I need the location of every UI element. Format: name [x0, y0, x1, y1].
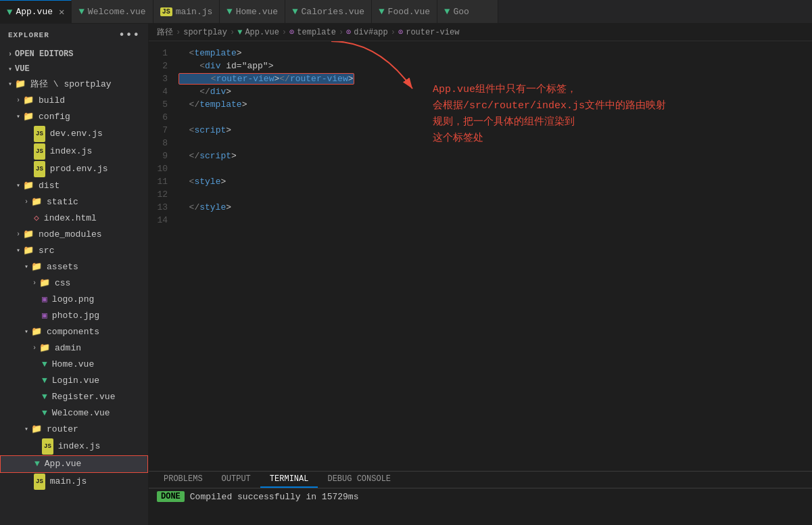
sidebar-item-index.html[interactable]: ◇index.html — [0, 210, 148, 227]
template-icon: ⊙ — [289, 27, 294, 37]
expand-icon: ▾ — [16, 179, 20, 193]
sidebar-item-dist[interactable]: ▾📁dist — [0, 178, 148, 194]
vue-icon: ▼ — [7, 7, 12, 18]
tabs-bar: ▼ App.vue ✕ ▼ Welcome.vue JS main.js ▼ H… — [0, 0, 812, 24]
sidebar-item-dev.env.js[interactable]: JSdev.env.js — [0, 125, 148, 143]
sidebar-menu-icon[interactable]: ••• — [118, 29, 140, 41]
editor-line-12: 12 — [149, 188, 812, 201]
js-icon: JS — [160, 7, 172, 16]
sidebar-item-css[interactable]: ›📁css — [0, 275, 148, 292]
tree-item-label: main.js — [50, 474, 87, 489]
sidebar-item-Login.vue[interactable]: ▼Login.vue — [0, 373, 148, 389]
folder-icon: 📁 — [31, 260, 42, 275]
tab-calories-vue[interactable]: ▼ Calories.vue — [285, 0, 372, 23]
tab-main-js[interactable]: JS main.js — [153, 0, 220, 23]
terminal-output: Compiled successfully in 15729ms — [190, 492, 359, 502]
tree-item-label: admin — [55, 341, 81, 356]
sidebar-item-main.js[interactable]: JSmain.js — [0, 473, 148, 490]
sidebar-item-Home.vue[interactable]: ▼Home.vue — [0, 357, 148, 373]
sidebar-item-logo.png[interactable]: ▣logo.png — [0, 292, 148, 308]
vue-icon: ▼ — [78, 6, 84, 17]
tree-item-label: assets — [47, 260, 78, 275]
sidebar-item-admin[interactable]: ›📁admin — [0, 340, 148, 357]
tab-label: Welcome.vue — [88, 7, 146, 17]
line-content: </style> — [176, 201, 812, 214]
tab-home-vue[interactable]: ▼ Home.vue — [220, 0, 285, 23]
line-number: 3 — [149, 72, 176, 85]
tab-problems[interactable]: PROBLEMS — [154, 472, 212, 488]
editor-line-2: 2 <div id="app"> — [149, 60, 812, 72]
div-icon: ⊙ — [346, 27, 351, 37]
sidebar-item-Register.vue[interactable]: ▼Register.vue — [0, 389, 148, 405]
vue-icon: ▼ — [379, 6, 384, 17]
chevron-icon: ▾ — [8, 65, 12, 73]
sidebar-item-components[interactable]: ▾📁components — [0, 324, 148, 340]
js-file-icon: JS — [42, 438, 53, 455]
sidebar-item-photo.jpg[interactable]: ▣photo.jpg — [0, 308, 148, 324]
expand-icon: ▾ — [24, 325, 28, 340]
editor-line-11: 11 <style> — [149, 175, 812, 188]
editor-line-5: 5 </template> — [149, 98, 812, 111]
close-icon[interactable]: ✕ — [59, 6, 64, 18]
sidebar-item-router[interactable]: ▾📁router — [0, 421, 148, 438]
tab-output[interactable]: OUTPUT — [212, 472, 260, 488]
sidebar: EXPLORER ••• › OPEN EDITORS ▾ VUE ▾📁路径 \… — [0, 24, 149, 525]
sidebar-item-static[interactable]: ›📁static — [0, 194, 148, 210]
line-number: 10 — [149, 162, 176, 175]
tree-item-label: router — [47, 422, 78, 437]
tab-label: main.js — [176, 7, 213, 17]
tree-item-label: photo.jpg — [52, 309, 99, 323]
line-content: <style> — [176, 175, 812, 188]
tab-debug-console[interactable]: DEBUG CONSOLE — [318, 472, 400, 488]
folder-icon: 📁 — [23, 244, 34, 258]
line-number: 2 — [149, 60, 176, 72]
editor-line-6: 6 — [149, 111, 812, 124]
tree-item-label: Register.vue — [52, 390, 116, 405]
tree-item-label: index.js — [58, 439, 100, 454]
tab-goo[interactable]: ▼ Goo — [437, 0, 498, 23]
js-file-icon: JS — [34, 143, 45, 160]
vue-file-icon: ▼ — [34, 457, 40, 472]
vue-icon: ▼ — [292, 6, 297, 17]
line-number: 13 — [149, 201, 176, 214]
sidebar-item-node_modules[interactable]: ›📁node_modules — [0, 227, 148, 243]
tree-container: ▾📁路径 \ sportplay›📁build▾📁configJSdev.env… — [0, 76, 148, 490]
sidebar-item-assets[interactable]: ▾📁assets — [0, 259, 148, 275]
expand-icon: › — [32, 341, 37, 356]
highlighted-code: <router-view></router-view> — [178, 73, 354, 85]
tree-item-label: prod.env.js — [50, 162, 108, 177]
sidebar-item-index.js[interactable]: JSindex.js — [0, 143, 148, 160]
tree-item-label: App.vue — [45, 457, 82, 472]
folder-icon: 📁 — [31, 195, 42, 210]
tree-item-label: index.html — [44, 211, 97, 226]
folder-icon: 📁 — [15, 77, 26, 92]
sidebar-item-Welcome.vue[interactable]: ▼Welcome.vue — [0, 405, 148, 421]
js-file-icon: JS — [34, 126, 45, 142]
tree-item-label: 路径 \ sportplay — [30, 77, 112, 92]
editor-line-1: 1 <template> — [149, 47, 812, 60]
sidebar-item-build[interactable]: ›📁build — [0, 93, 148, 109]
tab-welcome-vue[interactable]: ▼ Welcome.vue — [72, 0, 153, 23]
sidebar-item-config[interactable]: ▾📁config — [0, 109, 148, 125]
sidebar-item-root[interactable]: ▾📁路径 \ sportplay — [0, 76, 148, 93]
sidebar-item-App.vue[interactable]: ▼App.vue — [0, 455, 148, 473]
expand-icon: ▾ — [16, 244, 20, 258]
sidebar-header: EXPLORER ••• — [0, 24, 148, 47]
tree-item-label: logo.png — [52, 292, 94, 307]
tree-item-label: Login.vue — [52, 373, 99, 388]
tab-app-vue[interactable]: ▼ App.vue ✕ — [0, 0, 72, 23]
sidebar-item-router_index.js[interactable]: JSindex.js — [0, 438, 148, 455]
sidebar-item-src[interactable]: ▾📁src — [0, 243, 148, 259]
router-icon: ⊙ — [398, 27, 403, 37]
expand-icon: ▾ — [24, 260, 28, 275]
tab-terminal[interactable]: TERMINAL — [260, 472, 318, 488]
tab-food-vue[interactable]: ▼ Food.vue — [372, 0, 437, 23]
sidebar-item-prod.env.js[interactable]: JSprod.env.js — [0, 160, 148, 178]
tree-item-label: src — [39, 244, 54, 258]
folder-icon: 📁 — [39, 276, 50, 291]
editor-line-13: 13 </style> — [149, 201, 812, 214]
vue-section[interactable]: ▾ VUE — [0, 62, 148, 76]
line-number: 4 — [149, 85, 176, 98]
code-editor[interactable]: 1 <template>2 <div id="app">3 <router-vi… — [149, 41, 812, 471]
open-editors-section[interactable]: › OPEN EDITORS — [0, 47, 148, 62]
